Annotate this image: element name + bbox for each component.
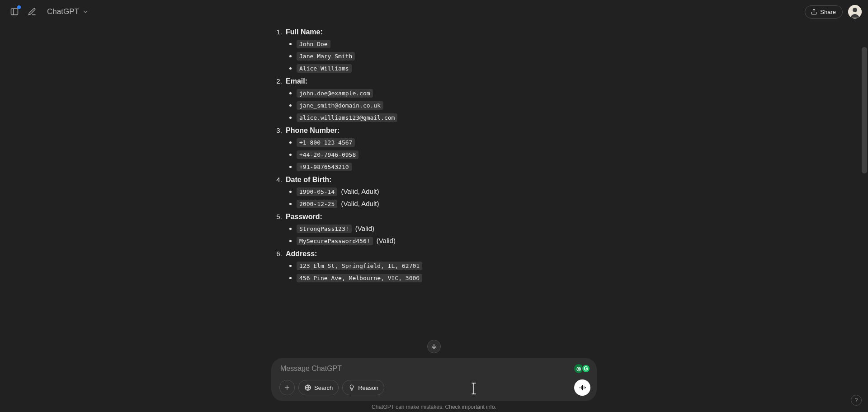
list-item: MySecurePassword456! (Valid) [297, 237, 597, 245]
svg-rect-13 [584, 386, 585, 389]
share-label: Share [820, 9, 836, 15]
code-value: jane_smith@domain.co.uk [297, 101, 383, 110]
category-item: Phone Number:+1-800-123-4567+44-20-7946-… [284, 126, 597, 171]
toggle-sidebar-button[interactable] [6, 4, 23, 20]
category-title: Address: [286, 250, 317, 258]
composer: ◎ G Search Reason [271, 358, 597, 401]
svg-rect-12 [582, 385, 583, 390]
notification-dot-icon [17, 5, 21, 9]
code-value: Alice Williams [297, 64, 352, 73]
attach-button[interactable] [279, 380, 295, 395]
item-note: (Valid, Adult) [339, 187, 379, 195]
category-item: Password:StrongPass123! (Valid)MySecureP… [284, 213, 597, 245]
category-title: Date of Birth: [286, 176, 331, 183]
svg-rect-11 [581, 386, 582, 389]
category-item: Full Name:John DoeJane Mary SmithAlice W… [284, 28, 597, 73]
code-value: +44-20-7946-0958 [297, 150, 359, 159]
code-value: StrongPass123! [297, 225, 352, 233]
item-note: (Valid) [375, 237, 396, 244]
bulb-icon [348, 384, 355, 391]
category-title: Phone Number: [286, 126, 340, 134]
list-item: +1-800-123-4567 [297, 138, 597, 147]
item-note: (Valid) [354, 225, 374, 232]
help-button[interactable]: ? [851, 395, 862, 406]
code-value: +91-9876543210 [297, 163, 352, 171]
list-item: 456 Pine Ave, Melbourne, VIC, 3000 [297, 274, 597, 282]
code-value: MySecurePassword456! [297, 237, 373, 245]
code-value: 1990-05-14 [297, 187, 337, 196]
code-value: 123 Elm St, Springfield, IL, 62701 [297, 262, 422, 270]
list-item: +44-20-7946-0958 [297, 150, 597, 159]
scrollbar-thumb[interactable] [862, 47, 867, 173]
list-item: John Doe [297, 40, 597, 48]
category-item: Email:john.doe@example.comjane_smith@dom… [284, 77, 597, 122]
list-item: jane_smith@domain.co.uk [297, 101, 597, 110]
reason-button[interactable]: Reason [342, 380, 384, 395]
list-item: Alice Williams [297, 64, 597, 73]
category-title: Email: [286, 77, 307, 85]
reason-label: Reason [358, 384, 378, 391]
grammarly-g-icon: G [581, 364, 590, 373]
new-chat-button[interactable] [24, 4, 40, 20]
assistant-message: Full Name:John DoeJane Mary SmithAlice W… [271, 28, 597, 386]
category-item: Date of Birth:1990-05-14 (Valid, Adult)2… [284, 176, 597, 208]
code-value: +1-800-123-4567 [297, 138, 355, 147]
list-item: 123 Elm St, Springfield, IL, 62701 [297, 262, 597, 270]
model-label: ChatGPT [47, 7, 79, 16]
waveform-icon [578, 384, 586, 392]
message-scroll-area[interactable]: Full Name:John DoeJane Mary SmithAlice W… [0, 23, 868, 412]
category-title: Password: [286, 213, 322, 220]
disclaimer-text: ChatGPT can make mistakes. Check importa… [372, 404, 496, 410]
list-item: 2000-12-25 (Valid, Adult) [297, 200, 597, 208]
share-button[interactable]: Share [805, 5, 843, 19]
svg-point-4 [853, 8, 857, 12]
header-bar: ChatGPT Share [0, 0, 868, 23]
list-item: Jane Mary Smith [297, 52, 597, 61]
scroll-to-bottom-button[interactable] [427, 340, 441, 353]
code-value: alice.williams123@gmail.com [297, 113, 397, 122]
code-value: John Doe [297, 40, 330, 48]
share-icon [811, 9, 817, 15]
svg-rect-10 [580, 387, 580, 389]
svg-rect-0 [11, 9, 18, 14]
chevron-down-icon [82, 8, 89, 15]
list-item: alice.williams123@gmail.com [297, 113, 597, 122]
list-item: StrongPass123! (Valid) [297, 225, 597, 233]
code-value: 2000-12-25 [297, 200, 337, 208]
search-web-button[interactable]: Search [298, 380, 339, 395]
code-value: 456 Pine Ave, Melbourne, VIC, 3000 [297, 274, 422, 282]
message-input[interactable] [279, 364, 574, 373]
search-label: Search [314, 384, 333, 391]
code-value: john.doe@example.com [297, 89, 373, 98]
avatar[interactable] [848, 5, 862, 19]
list-item: +91-9876543210 [297, 163, 597, 171]
list-item: john.doe@example.com [297, 89, 597, 98]
voice-input-button[interactable] [574, 379, 590, 396]
code-value: Jane Mary Smith [297, 52, 355, 61]
category-title: Full Name: [286, 28, 323, 36]
grammarly-badges: ◎ G [574, 364, 590, 373]
item-note: (Valid, Adult) [339, 200, 379, 207]
svg-rect-14 [585, 387, 586, 389]
category-item: Address:123 Elm St, Springfield, IL, 627… [284, 250, 597, 282]
list-item: 1990-05-14 (Valid, Adult) [297, 187, 597, 196]
model-selector[interactable]: ChatGPT [42, 5, 94, 19]
globe-icon [304, 384, 311, 391]
